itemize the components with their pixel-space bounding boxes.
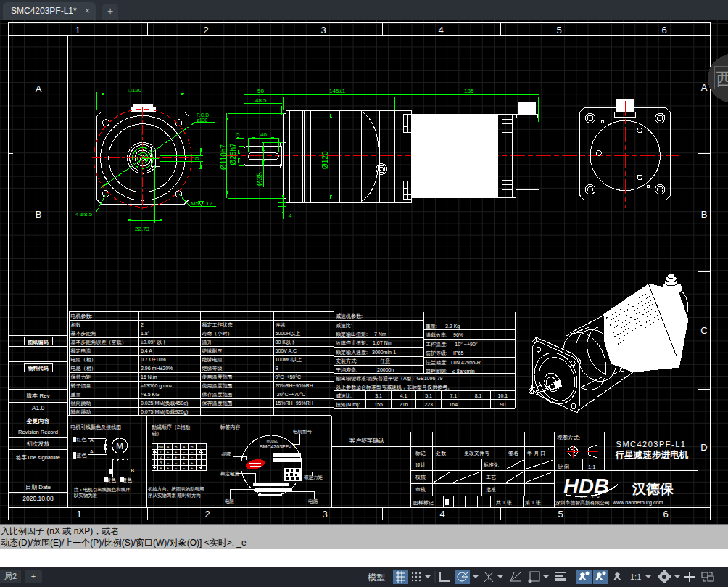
svg-text:Ø120: Ø120 — [321, 151, 329, 169]
svg-text:额定输入速度:: 额定输入速度: — [336, 350, 368, 356]
svg-text:视图方式:: 视图方式: — [557, 435, 580, 441]
svg-text:基本步距角误差（空载）: 基本步距角误差（空载） — [71, 340, 127, 345]
svg-text:温升: 温升 — [202, 340, 212, 345]
svg-text:额定输出扭矩:: 额定输出扭矩: — [336, 332, 368, 337]
svg-text:磁）: 磁） — [152, 431, 162, 437]
svg-text:16 N.m: 16 N.m — [141, 374, 157, 379]
svg-text:D: D — [700, 442, 707, 453]
svg-text:A: A — [90, 449, 94, 454]
svg-text:连续: 连续 — [276, 322, 286, 328]
svg-text:4-ø8.5: 4-ø8.5 — [75, 211, 93, 218]
svg-text:绝缘耐压: 绝缘耐压 — [202, 348, 223, 354]
svg-text:1:1: 1:1 — [588, 464, 595, 470]
svg-text:标记: 标记 — [415, 451, 426, 456]
svg-text:保存温度范围: 保存温度范围 — [202, 401, 233, 406]
svg-text:3000min-1: 3000min-1 — [372, 350, 396, 355]
svg-text:寿命（小时）: 寿命（小时） — [202, 331, 233, 337]
svg-text:保持力矩: 保持力矩 — [71, 374, 91, 380]
svg-text:+: + — [167, 466, 169, 470]
svg-text:5000H以上: 5000H以上 — [276, 331, 301, 336]
svg-text:变更内容: 变更内容 — [26, 417, 51, 424]
svg-text:3.2 Kg: 3.2 Kg — [445, 324, 460, 329]
svg-text:96%: 96% — [453, 332, 463, 337]
svg-text:185: 185 — [464, 88, 474, 94]
svg-text:2020.10.08: 2020.10.08 — [22, 495, 54, 502]
svg-text:设计: 设计 — [415, 462, 426, 467]
svg-text:电阻（相）: 电阻（相） — [71, 357, 96, 363]
svg-text:−: − — [183, 466, 185, 470]
svg-text:序从实物因素 顺时针方向: 序从实物因素 顺时针方向 — [148, 493, 201, 498]
svg-text:DIN 42955-R: DIN 42955-R — [451, 360, 481, 365]
svg-text:模型: 模型 — [368, 572, 385, 583]
svg-text:0.075 MM(负载920g): 0.075 MM(负载920g) — [141, 409, 188, 415]
svg-text:满载效率:: 满载效率: — [426, 332, 447, 338]
svg-text:MODEL: MODEL — [266, 440, 278, 443]
svg-text:7:1: 7:1 — [450, 393, 457, 398]
svg-text:−: − — [167, 461, 169, 465]
svg-text:4: 4 — [160, 466, 162, 470]
svg-text:10:1: 10:1 — [498, 393, 508, 398]
svg-text:80 K以下: 80 K以下 — [276, 340, 296, 345]
svg-text:电机型号: 电机型号 — [293, 429, 313, 434]
svg-text:5:1: 5:1 — [425, 393, 432, 398]
svg-text:SMC4203PF-L1: SMC4203PF-L1 — [616, 440, 687, 448]
svg-text:48.5: 48.5 — [255, 97, 267, 104]
svg-text:+: + — [175, 450, 177, 454]
svg-text:使用温度范围: 使用温度范围 — [202, 374, 233, 380]
svg-text:4: 4 — [438, 25, 443, 36]
svg-text:2: 2 — [204, 509, 210, 520]
svg-text:品牌: 品牌 — [222, 451, 232, 457]
svg-text:6: 6 — [663, 509, 668, 520]
svg-text:8:1: 8:1 — [475, 393, 482, 398]
svg-text:共 1 张: 共 1 张 — [496, 500, 512, 506]
svg-text:红色: 红色 — [77, 437, 87, 442]
svg-text:Revision Record: Revision Record — [18, 429, 58, 435]
svg-text:-10° ~+90°: -10° ~+90° — [453, 342, 478, 347]
svg-text:+: + — [191, 461, 193, 465]
svg-text:处数: 处数 — [436, 451, 447, 456]
svg-text:使用温度范围: 使用温度范围 — [202, 383, 233, 389]
svg-text:减速比:: 减速比: — [336, 323, 352, 329]
svg-text:基本步距角: 基本步距角 — [71, 331, 96, 337]
svg-text:1: 1 — [76, 509, 81, 520]
svg-text:+: + — [175, 455, 177, 459]
svg-text:A: A — [183, 445, 186, 449]
svg-text:216: 216 — [400, 402, 408, 407]
svg-text:Ø110h7: Ø110h7 — [220, 144, 228, 170]
svg-text:绝缘等级: 绝缘等级 — [202, 366, 223, 371]
svg-text:轴向跳动: 轴向跳动 — [70, 409, 91, 415]
svg-text:标签内容: 标签内容 — [220, 424, 241, 430]
svg-text:输出轴键标准:圆头普通平键（A型）GB1096-79: 输出轴键标准:圆头普通平键（A型）GB1096-79 — [336, 375, 443, 382]
svg-text:ø130: ø130 — [197, 118, 208, 123]
svg-text:图纸编码: 图纸编码 — [28, 339, 49, 345]
svg-text:B: B — [191, 445, 194, 449]
svg-text:回程间隙:: 回程间隙: — [426, 369, 447, 374]
svg-text:任意: 任意 — [379, 358, 390, 364]
svg-text:相数: 相数 — [71, 322, 82, 328]
svg-text:A: A — [701, 82, 708, 93]
svg-text:3:1: 3:1 — [375, 393, 382, 398]
svg-text:□120: □120 — [128, 87, 142, 94]
svg-text:A: A — [90, 438, 94, 443]
svg-text:电机参数:: 电机参数: — [71, 313, 93, 319]
svg-text:以上参数适合标准型号减速机，非标型号仅供参考。: 以上参数适合标准型号减速机，非标型号仅供参考。 — [336, 385, 452, 390]
svg-text:IP65: IP65 — [453, 350, 464, 356]
svg-text:批准: 批准 — [486, 487, 496, 493]
svg-text:保存温度范围: 保存温度范围 — [202, 392, 233, 398]
svg-text:3: 3 — [160, 461, 162, 465]
svg-text:MOTOR: MOTOR — [580, 495, 601, 499]
svg-text:223: 223 — [424, 402, 433, 407]
svg-text:A: A — [167, 445, 170, 449]
svg-text:1: 1 — [160, 450, 162, 454]
svg-text:+: + — [183, 461, 185, 465]
svg-text:≤ 8arcmin: ≤ 8arcmin — [452, 369, 475, 374]
svg-text:−: − — [167, 455, 169, 459]
svg-text:平均寿命:: 平均寿命: — [336, 367, 357, 373]
svg-text:减速机参数:: 减速机参数: — [336, 313, 363, 319]
svg-text:B: B — [131, 468, 135, 473]
svg-text:物料代码: 物料代码 — [28, 366, 49, 372]
svg-text:电感: 电感 — [308, 498, 318, 504]
svg-text:3: 3 — [322, 509, 327, 520]
svg-text:12: 12 — [206, 200, 212, 207]
svg-text:第 1 张: 第 1 张 — [525, 500, 541, 506]
